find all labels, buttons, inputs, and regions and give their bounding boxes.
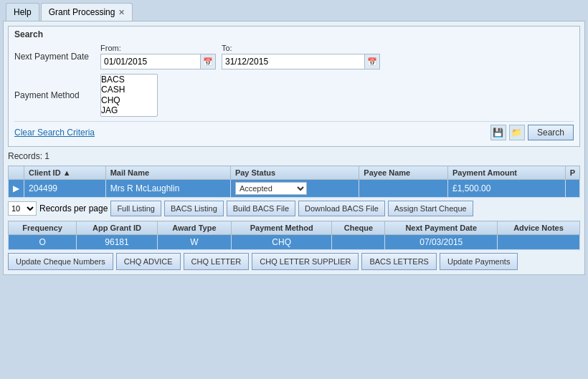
- to-date-input[interactable]: [222, 54, 365, 69]
- build-bacs-file-btn[interactable]: Build BACS File: [227, 201, 295, 216]
- listbox-option-cash[interactable]: CASH: [101, 85, 157, 95]
- tab-grant-processing[interactable]: Grant Processing ✕: [41, 3, 133, 21]
- dcol-frequency: Frequency: [9, 221, 77, 235]
- dcol-advice-notes: Advice Notes: [498, 221, 580, 235]
- col-payee-name: Payee Name: [359, 166, 448, 180]
- date-group: From: 📅 To: 📅: [100, 44, 380, 69]
- payment-method-listbox[interactable]: BACS CASH CHQ JAG: [100, 74, 158, 117]
- col-arrow: [9, 166, 24, 180]
- dcell-frequency: O: [9, 235, 77, 250]
- search-button[interactable]: Search: [528, 125, 574, 140]
- col-p: P: [565, 166, 579, 180]
- dcol-next-payment-date: Next Payment Date: [385, 221, 498, 235]
- payment-method-label: Payment Method: [14, 90, 100, 100]
- toolbar-right: 💾 📁 Search: [490, 125, 574, 140]
- pay-status-select[interactable]: Accepted Pending Rejected: [235, 182, 307, 195]
- to-date-input-row: 📅: [222, 54, 380, 69]
- main-panel: Search Next Payment Date From: 📅 To:: [3, 21, 585, 275]
- to-calendar-icon[interactable]: 📅: [364, 54, 380, 69]
- row-arrow: ▶: [9, 180, 24, 198]
- detail-table: Frequency App Grant ID Award Type Paymen…: [8, 221, 580, 250]
- dcol-award-type: Award Type: [157, 221, 231, 235]
- col-client-id[interactable]: Client ID ▲: [24, 166, 106, 180]
- to-label: To:: [222, 44, 380, 52]
- dcol-app-grant-id: App Grant ID: [77, 221, 157, 235]
- main-container: Help Grant Processing ✕ Search Next Paym…: [0, 0, 588, 278]
- close-icon[interactable]: ✕: [118, 8, 125, 17]
- cell-client-id: 204499: [24, 180, 106, 198]
- cell-payment-amount: £1,500.00: [447, 180, 565, 198]
- table-row[interactable]: ▶ 204499 Mrs R McLaughlin Accepted Pendi…: [9, 180, 580, 198]
- records-bar: Records: 1: [8, 150, 580, 163]
- folder-icon[interactable]: 📁: [509, 125, 525, 140]
- listbox-option-jag[interactable]: JAG: [101, 105, 157, 115]
- next-payment-date-label: Next Payment Date: [14, 52, 100, 62]
- from-date-input-row: 📅: [100, 54, 216, 69]
- from-date-input[interactable]: [100, 54, 201, 69]
- main-data-table: Client ID ▲ Mail Name Pay Status Payee N…: [8, 165, 580, 198]
- payment-method-row: Payment Method BACS CASH CHQ JAG: [14, 74, 574, 117]
- dcell-award-type: W: [157, 235, 231, 250]
- listbox-option-bacs[interactable]: BACS: [101, 75, 157, 85]
- cell-mail-name: Mrs R McLaughlin: [105, 180, 230, 198]
- assign-start-cheque-btn[interactable]: Assign Start Cheque: [388, 201, 473, 216]
- dcol-cheque: Cheque: [332, 221, 385, 235]
- update-cheque-numbers-btn[interactable]: Update Cheque Numbers: [8, 253, 113, 270]
- chq-letter-supplier-btn[interactable]: CHQ LETTER SUPPLIER: [252, 253, 359, 270]
- table-header-row: Client ID ▲ Mail Name Pay Status Payee N…: [9, 166, 580, 180]
- detail-header-row: Frequency App Grant ID Award Type Paymen…: [9, 221, 580, 235]
- cell-pay-status: Accepted Pending Rejected: [230, 180, 359, 198]
- tab-help[interactable]: Help: [6, 3, 39, 21]
- search-toolbar: Clear Search Criteria 💾 📁 Search: [14, 121, 574, 140]
- to-date-wrap: To: 📅: [222, 44, 380, 69]
- bacs-letters-btn[interactable]: BACS LETTERS: [361, 253, 437, 270]
- update-payments-btn[interactable]: Update Payments: [440, 253, 518, 270]
- download-bacs-file-btn[interactable]: Download BACS File: [298, 201, 385, 216]
- pagination-bar: 10 25 50 Records per page Full Listing B…: [8, 201, 580, 216]
- dcell-cheque: [332, 235, 385, 250]
- dcell-payment-method: CHQ: [232, 235, 332, 250]
- col-mail-name: Mail Name: [105, 166, 230, 180]
- full-listing-btn[interactable]: Full Listing: [110, 201, 161, 216]
- tab-bar: Help Grant Processing ✕: [3, 3, 585, 21]
- dcell-app-grant-id: 96181: [77, 235, 157, 250]
- bacs-listing-btn[interactable]: BACS Listing: [164, 201, 224, 216]
- col-pay-status: Pay Status: [230, 166, 359, 180]
- tab-help-label: Help: [14, 7, 32, 17]
- chq-letter-btn[interactable]: CHQ LETTER: [184, 253, 250, 270]
- clear-search-link[interactable]: Clear Search Criteria: [14, 128, 95, 138]
- bottom-buttons: Update Cheque Numbers CHQ ADVICE CHQ LET…: [8, 253, 580, 270]
- save-icon[interactable]: 💾: [490, 125, 506, 140]
- chq-advice-btn[interactable]: CHQ ADVICE: [116, 253, 181, 270]
- from-date-wrap: From: 📅: [100, 44, 216, 69]
- dcell-next-payment-date: 07/03/2015: [385, 235, 498, 250]
- next-payment-date-row: Next Payment Date From: 📅 To: 📅: [14, 44, 574, 69]
- cell-payee-name: [359, 180, 448, 198]
- per-page-label: Records per page: [39, 203, 108, 214]
- dcol-payment-method: Payment Method: [232, 221, 332, 235]
- from-calendar-icon[interactable]: 📅: [200, 54, 216, 69]
- from-label: From:: [100, 44, 216, 52]
- cell-p: [565, 180, 579, 198]
- search-section: Search Next Payment Date From: 📅 To:: [8, 26, 580, 147]
- search-title: Search: [14, 29, 574, 39]
- col-payment-amount: Payment Amount: [447, 166, 565, 180]
- per-page-select[interactable]: 10 25 50: [8, 201, 37, 216]
- listbox-option-chq[interactable]: CHQ: [101, 95, 157, 105]
- detail-row[interactable]: O 96181 W CHQ 07/03/2015: [9, 235, 580, 250]
- tab-grant-processing-label: Grant Processing: [49, 7, 115, 17]
- dcell-advice-notes: [498, 235, 580, 250]
